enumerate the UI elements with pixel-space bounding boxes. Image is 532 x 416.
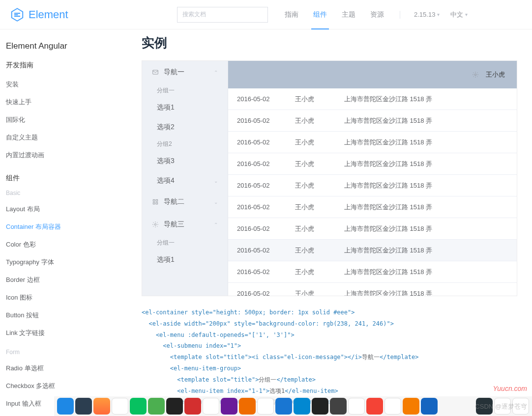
table-row[interactable]: 2016-05-02王小虎上海市普陀区金沙江路 1518 弄 — [228, 110, 517, 132]
submenu-nav1[interactable]: 导航一 ⌃ — [142, 61, 228, 83]
svg-rect-4 — [156, 202, 158, 204]
logo[interactable]: Element — [10, 7, 177, 22]
demo-table[interactable]: 2016-05-02王小虎上海市普陀区金沙江路 1518 弄2016-05-02… — [228, 88, 517, 296]
dock-icon[interactable] — [57, 398, 74, 415]
cell-date: 2016-05-02 — [237, 203, 295, 211]
sidebar-item-button[interactable]: Button 按钮 — [6, 306, 128, 324]
dock-icon[interactable] — [148, 398, 165, 415]
nav-resource[interactable]: 资源 — [368, 0, 386, 29]
sidebar-item-checkbox[interactable]: Checkbox 多选框 — [6, 377, 128, 395]
svg-point-5 — [154, 223, 156, 225]
header-user[interactable]: 王小虎 — [486, 70, 505, 79]
sidebar-item-install[interactable]: 安装 — [6, 76, 128, 93]
table-row[interactable]: 2016-05-02王小虎上海市普陀区金沙江路 1518 弄 — [228, 196, 517, 218]
cell-addr: 上海市普陀区金沙江路 1518 弄 — [344, 181, 508, 190]
sidebar-item-link[interactable]: Link 文字链接 — [6, 324, 128, 342]
dock-icon[interactable] — [330, 398, 347, 415]
cell-date: 2016-05-02 — [237, 290, 295, 296]
dock-icon[interactable] — [130, 398, 147, 415]
cell-date: 2016-05-02 — [237, 117, 295, 124]
sidebar-item-i18n[interactable]: 国际化 — [6, 111, 128, 129]
sidebar-item-icon[interactable]: Icon 图标 — [6, 289, 128, 306]
chevron-down-icon: ▾ — [437, 12, 440, 17]
element-logo-icon — [10, 7, 25, 22]
menu-item-opt2[interactable]: 选项2 — [142, 117, 228, 137]
dock-icon[interactable] — [184, 398, 201, 415]
sidebar-item-typography[interactable]: Typography 字体 — [6, 253, 128, 271]
dock-icon[interactable] — [384, 398, 401, 415]
dock-icon[interactable] — [203, 398, 219, 415]
svg-rect-2 — [156, 199, 158, 201]
cell-date: 2016-05-02 — [237, 160, 295, 167]
svg-rect-0 — [153, 70, 158, 74]
table-row[interactable]: 2016-05-02王小虎上海市普陀区金沙江路 1518 弄 — [228, 175, 517, 196]
menu-item-opt4[interactable]: 选项4⌄ — [142, 171, 228, 191]
nav-guide[interactable]: 指南 — [283, 0, 300, 29]
dock-icon[interactable] — [166, 398, 183, 415]
search-input[interactable]: 搜索文档 — [177, 7, 268, 23]
cell-addr: 上海市普陀区金沙江路 1518 弄 — [344, 268, 508, 277]
dock-icon[interactable] — [421, 398, 438, 415]
table-row[interactable]: 2016-05-02王小虎上海市普陀区金沙江路 1518 弄 — [228, 132, 517, 153]
cell-date: 2016-05-02 — [237, 139, 295, 146]
sidebar-item-transition[interactable]: 内置过渡动画 — [6, 146, 128, 164]
setting-icon — [152, 221, 159, 228]
cell-name: 王小虎 — [295, 160, 344, 168]
sidebar-item-theme[interactable]: 自定义主题 — [6, 129, 128, 146]
dock-icon[interactable] — [112, 398, 128, 415]
dock-icon[interactable] — [221, 398, 237, 415]
dock-icon[interactable] — [93, 398, 110, 415]
nav-theme[interactable]: 主题 — [340, 0, 357, 29]
table-row[interactable]: 2016-05-02王小虎上海市普陀区金沙江路 1518 弄 — [228, 261, 517, 283]
sidebar-heading-dev: 开发指南 — [6, 61, 128, 70]
cell-name: 王小虎 — [295, 138, 344, 147]
cell-date: 2016-05-02 — [237, 182, 295, 189]
table-row[interactable]: 2016-05-02王小虎上海市普陀区金沙江路 1518 弄 — [228, 283, 517, 296]
menu-item-opt1[interactable]: 选项1 — [142, 250, 228, 270]
svg-point-6 — [474, 74, 476, 76]
table-row[interactable]: 2016-05-02王小虎上海市普陀区金沙江路 1518 弄 — [228, 88, 517, 110]
dock-icon[interactable] — [75, 398, 92, 415]
chevron-down-icon: ⌄ — [214, 178, 218, 184]
language-select[interactable]: 中文▾ — [450, 10, 468, 19]
cell-name: 王小虎 — [295, 246, 344, 255]
sidebar-item-container[interactable]: Container 布局容器 — [6, 218, 128, 236]
cell-addr: 上海市普陀区金沙江路 1518 弄 — [344, 95, 508, 104]
cell-addr: 上海市普陀区金沙江路 1518 弄 — [344, 160, 508, 168]
message-icon — [152, 69, 159, 76]
sidebar-item-border[interactable]: Border 边框 — [6, 271, 128, 289]
submenu-nav3[interactable]: 导航三 ⌃ — [142, 213, 228, 236]
main-area: Element Angular 开发指南 安装 快速上手 国际化 自定义主题 内… — [0, 29, 532, 416]
table-row[interactable]: 2016-05-02王小虎上海市普陀区金沙江路 1518 弄 — [228, 240, 517, 261]
cell-name: 王小虎 — [295, 224, 344, 233]
menu-item-opt1[interactable]: 选项1 — [142, 98, 228, 117]
menu-item-opt3[interactable]: 选项3 — [142, 151, 228, 171]
dock-icon[interactable] — [275, 398, 292, 415]
dock-icon[interactable] — [294, 398, 310, 415]
sidebar-item-layout[interactable]: Layout 布局 — [6, 200, 128, 218]
code-block: <el-container style="height: 500px; bord… — [142, 307, 517, 408]
dock-icon[interactable] — [348, 398, 365, 415]
sidebar-item-radio[interactable]: Radio 单选框 — [6, 360, 128, 377]
cell-addr: 上海市普陀区金沙江路 1518 弄 — [344, 246, 508, 255]
cell-name: 王小虎 — [295, 181, 344, 190]
nav-component[interactable]: 组件 — [311, 0, 329, 29]
table-row[interactable]: 2016-05-02王小虎上海市普陀区金沙江路 1518 弄 — [228, 218, 517, 240]
dock-icon[interactable] — [257, 398, 274, 415]
table-row[interactable]: 2016-05-02王小虎上海市普陀区金沙江路 1518 弄 — [228, 153, 517, 175]
sidebar-item-quickstart[interactable]: 快速上手 — [6, 93, 128, 111]
chevron-up-icon: ⌃ — [214, 70, 218, 75]
setting-icon[interactable] — [472, 71, 479, 78]
dock-icon[interactable] — [366, 398, 383, 415]
dock-icon[interactable] — [239, 398, 256, 415]
sidebar-item-color[interactable]: Color 色彩 — [6, 236, 128, 253]
cell-date: 2016-05-02 — [237, 247, 295, 254]
dock-icon[interactable] — [403, 398, 419, 415]
doc-sidebar: Element Angular 开发指南 安装 快速上手 国际化 自定义主题 内… — [0, 29, 128, 416]
logo-text: Element — [29, 8, 68, 21]
cell-date: 2016-05-02 — [237, 268, 295, 276]
dock-icon[interactable] — [312, 398, 328, 415]
submenu-nav2[interactable]: 导航二 ⌄ — [142, 191, 228, 213]
chevron-up-icon: ⌃ — [214, 222, 218, 227]
version-select[interactable]: 2.15.13▾ — [414, 11, 440, 18]
